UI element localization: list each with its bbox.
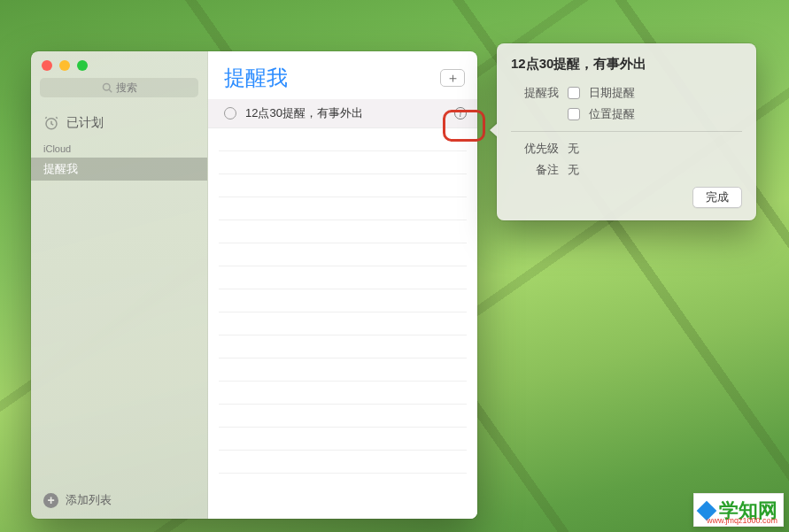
done-button[interactable]: 完成 bbox=[692, 187, 742, 208]
add-list-label: 添加列表 bbox=[66, 492, 112, 508]
list-title: 提醒我 bbox=[224, 64, 288, 92]
close-window-button[interactable] bbox=[42, 60, 52, 71]
popover-title: 12点30提醒，有事外出 bbox=[511, 56, 742, 73]
info-icon[interactable]: i bbox=[454, 107, 467, 120]
reminder-detail-popover: 12点30提醒，有事外出 提醒我 日期提醒 位置提醒 优先级 无 备注 无 完成 bbox=[497, 43, 756, 220]
window-controls bbox=[31, 51, 207, 78]
date-reminder-label: 日期提醒 bbox=[589, 85, 635, 101]
watermark: 学知网 www.jmqz1000.com bbox=[693, 493, 784, 527]
reminders-window: 搜索 已计划 iCloud 提醒我 + 添加列表 提醒我 ＋ 12点30提醒，有… bbox=[31, 51, 477, 519]
sidebar-list-selected[interactable]: 提醒我 bbox=[31, 158, 207, 181]
complete-toggle[interactable] bbox=[224, 107, 236, 120]
minimize-window-button[interactable] bbox=[59, 60, 70, 71]
reminder-item[interactable]: 12点30提醒，有事外出 i bbox=[208, 99, 477, 128]
empty-lines bbox=[208, 128, 477, 519]
sidebar-spacer bbox=[31, 181, 207, 482]
plus-icon: ＋ bbox=[446, 70, 460, 87]
sidebar-list-label: 提醒我 bbox=[43, 162, 78, 175]
main-header: 提醒我 ＋ bbox=[208, 51, 477, 99]
account-label: iCloud bbox=[31, 142, 207, 158]
notes-label: 备注 bbox=[511, 162, 559, 178]
location-row: 位置提醒 bbox=[511, 106, 742, 122]
add-reminder-button[interactable]: ＋ bbox=[440, 69, 465, 87]
done-label: 完成 bbox=[706, 190, 729, 204]
remind-me-row: 提醒我 日期提醒 bbox=[511, 85, 742, 101]
location-reminder-label: 位置提醒 bbox=[589, 106, 635, 122]
plus-circle-icon: + bbox=[43, 493, 58, 508]
main-panel: 提醒我 ＋ 12点30提醒，有事外出 i bbox=[208, 51, 477, 519]
notes-row[interactable]: 备注 无 bbox=[511, 162, 742, 178]
search-icon bbox=[102, 82, 112, 93]
svg-line-1 bbox=[109, 89, 112, 92]
notes-value: 无 bbox=[568, 162, 579, 178]
location-reminder-checkbox[interactable] bbox=[568, 108, 580, 120]
scheduled-label: 已计划 bbox=[66, 115, 104, 131]
zoom-window-button[interactable] bbox=[77, 60, 88, 71]
remind-me-label: 提醒我 bbox=[511, 85, 559, 101]
date-reminder-checkbox[interactable] bbox=[568, 87, 580, 99]
add-list-button[interactable]: + 添加列表 bbox=[31, 482, 207, 519]
priority-label: 优先级 bbox=[511, 141, 559, 157]
reminder-text: 12点30提醒，有事外出 bbox=[245, 105, 445, 121]
watermark-url: www.jmqz1000.com bbox=[707, 516, 777, 525]
search-input[interactable]: 搜索 bbox=[40, 78, 198, 97]
scheduled-section[interactable]: 已计划 bbox=[31, 106, 207, 142]
divider bbox=[511, 131, 742, 132]
clock-icon bbox=[43, 115, 59, 131]
svg-point-0 bbox=[103, 84, 110, 91]
priority-value: 无 bbox=[568, 141, 579, 157]
sidebar: 搜索 已计划 iCloud 提醒我 + 添加列表 bbox=[31, 51, 208, 519]
search-placeholder: 搜索 bbox=[116, 81, 137, 96]
popover-footer: 完成 bbox=[511, 187, 742, 208]
priority-row[interactable]: 优先级 无 bbox=[511, 141, 742, 157]
